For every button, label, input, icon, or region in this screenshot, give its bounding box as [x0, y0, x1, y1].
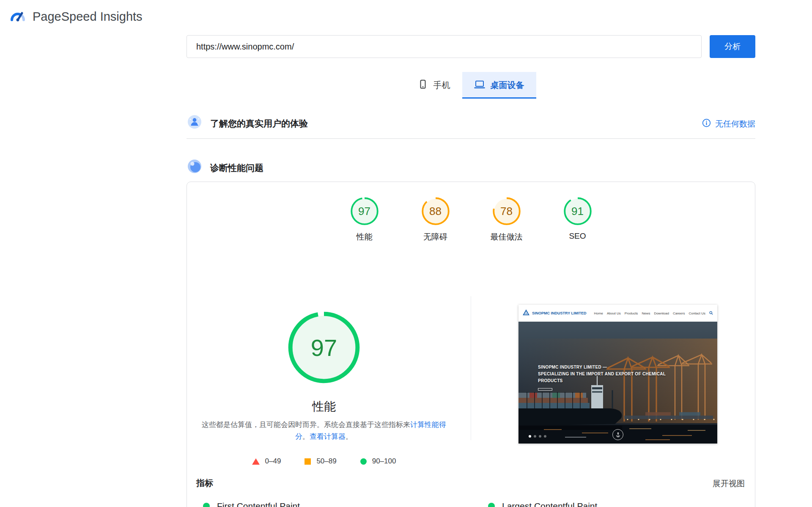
- site-hero-text: SINOPMC INDUSTRY LIMITED — SPECIALIZING …: [538, 364, 666, 391]
- score-value: 78: [493, 197, 521, 225]
- metric-good-icon: [488, 503, 495, 507]
- metric-first-contentful-paint: First Contentful Paint: [203, 501, 300, 507]
- site-nav-about: About Us: [607, 311, 621, 315]
- tab-mobile-label: 手机: [433, 80, 450, 91]
- seo-gauge: 91: [564, 197, 592, 225]
- accessibility-gauge: 88: [422, 197, 450, 225]
- site-nav-contact: Contact Us: [689, 311, 705, 315]
- card-vertical-divider: [471, 296, 471, 440]
- main-performance-score: 97: [288, 311, 360, 383]
- tab-desktop[interactable]: 桌面设备: [462, 72, 536, 99]
- fail-range-icon: [252, 458, 260, 465]
- score-label: 性能: [357, 231, 373, 242]
- pagespeed-insights-page: PageSpeed Insights 分析 手机 桌面设备 了解您的真实用户的体…: [0, 0, 812, 507]
- average-range-icon: [304, 458, 311, 465]
- legend-range: 0–49: [265, 457, 281, 466]
- best-practices-gauge: 78: [493, 197, 521, 225]
- score-value: 91: [564, 197, 592, 225]
- calculator-link[interactable]: 查看计算器: [310, 433, 346, 441]
- score-label: SEO: [569, 231, 586, 241]
- metric-name: First Contentful Paint: [217, 501, 300, 507]
- legend-average: 50–89: [304, 457, 336, 466]
- hero-line-2: SPECIALIZING IN THE IMPORT AND EXPORT OF…: [538, 371, 666, 377]
- app-title: PageSpeed Insights: [33, 10, 143, 24]
- site-logo-icon: [523, 309, 529, 317]
- carousel-dots: [529, 435, 546, 438]
- analyze-button[interactable]: 分析: [710, 35, 755, 58]
- metric-name: Largest Contentful Paint: [502, 501, 597, 507]
- score-best-practices[interactable]: 78 最佳做法: [481, 197, 532, 242]
- disclaimer-period: 。: [346, 433, 353, 441]
- thumb-site-header: SINOPMC INDUSTRY LIMITED Home About Us P…: [518, 305, 717, 322]
- site-name: SINOPMC INDUSTRY LIMITED: [532, 311, 587, 315]
- legend-range: 90–100: [372, 457, 396, 466]
- no-data-link[interactable]: 无任何数据: [702, 118, 755, 130]
- disclaimer-separator: 。: [302, 433, 310, 441]
- score-performance[interactable]: 97 性能: [339, 197, 390, 242]
- pagespeed-logo-icon: [9, 7, 26, 26]
- laptop-icon: [474, 79, 485, 91]
- app-header: PageSpeed Insights: [0, 0, 812, 33]
- real-users-icon: [187, 115, 202, 129]
- score-value: 88: [422, 197, 450, 225]
- diagnose-icon: [187, 159, 202, 174]
- info-icon: [702, 118, 711, 130]
- main-performance-gauge: 97: [288, 311, 360, 383]
- site-nav-news: News: [642, 311, 650, 315]
- score-value: 97: [351, 197, 379, 225]
- site-nav-home: Home: [594, 311, 603, 315]
- expand-view-button[interactable]: 展开视图: [713, 478, 745, 489]
- site-screenshot-thumbnail[interactable]: SINOPMC INDUSTRY LIMITED Home About Us P…: [518, 305, 717, 444]
- crux-section-title: 了解您的真实用户的体验: [210, 118, 308, 130]
- score-seo[interactable]: 91 SEO: [552, 197, 604, 242]
- main-performance-label: 性能: [288, 399, 360, 415]
- site-nav-careers: Careers: [673, 311, 685, 315]
- legend-fail: 0–49: [252, 457, 281, 466]
- metrics-header: 指标: [196, 477, 213, 489]
- site-hero-photo: SINOPMC INDUSTRY LIMITED — SPECIALIZING …: [518, 322, 717, 444]
- score-label: 无障碍: [423, 231, 447, 242]
- score-accessibility[interactable]: 88 无障碍: [410, 197, 461, 242]
- site-search-icon: [709, 311, 713, 316]
- url-input[interactable]: [187, 35, 702, 58]
- anchor-icon: [612, 429, 623, 440]
- site-nav-products: Products: [625, 311, 638, 315]
- no-data-label: 无任何数据: [715, 118, 755, 130]
- score-label: 最佳做法: [491, 231, 523, 242]
- good-range-icon: [360, 458, 367, 465]
- site-nav-download: Download: [654, 311, 669, 315]
- legend-good: 90–100: [360, 457, 396, 466]
- performance-gauge: 97: [351, 197, 379, 225]
- score-legend: 0–49 50–89 90–100: [201, 457, 447, 466]
- metric-largest-contentful-paint: Largest Contentful Paint: [488, 501, 597, 507]
- tab-mobile[interactable]: 手机: [406, 72, 462, 99]
- legend-range: 50–89: [316, 457, 336, 466]
- disclaimer-text: 这些都是估算值，且可能会因时而异。系统会直接基于这些指标来: [202, 421, 410, 429]
- category-scores: 97 性能 88 无障碍 78 最佳做法: [187, 197, 755, 242]
- metric-good-icon: [203, 503, 210, 507]
- hero-cta-bar: [538, 388, 552, 391]
- report-card: 97 性能 88 无障碍 78 最佳做法: [187, 182, 755, 507]
- site-nav: Home About Us Products News Download Car…: [594, 311, 713, 316]
- diagnose-section-title: 诊断性能问题: [210, 162, 263, 174]
- tab-desktop-label: 桌面设备: [491, 80, 524, 91]
- score-disclaimer: 这些都是估算值，且可能会因时而异。系统会直接基于这些指标来计算性能得分。查看计算…: [201, 419, 447, 443]
- device-tabs: 手机 桌面设备: [187, 72, 755, 99]
- hero-line-1: SINOPMC INDUSTRY LIMITED —: [538, 364, 666, 371]
- section-divider: [187, 138, 755, 139]
- hero-line-3: PRODUCTS: [538, 377, 666, 384]
- phone-icon: [418, 79, 428, 91]
